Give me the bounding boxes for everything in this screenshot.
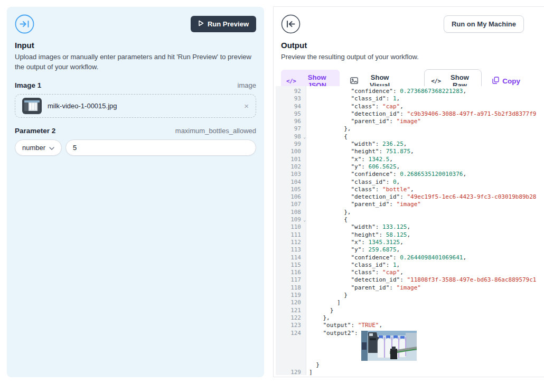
- code-line: "output": "TRUE",: [306, 322, 382, 329]
- code-row: 92 "confidence": 0.2736867368221283,: [276, 88, 536, 95]
- image-thumbnail: [22, 98, 42, 114]
- code-row: 122 },: [276, 314, 536, 322]
- parameter-controls: number: [15, 139, 256, 156]
- copy-icon: [492, 77, 499, 86]
- code-line: "parent_id": "image": [306, 118, 421, 125]
- line-number: 96: [276, 118, 306, 125]
- code-row: 109⌄ {: [276, 216, 536, 223]
- run-preview-button[interactable]: Run Preview: [191, 16, 256, 32]
- line-number: 107: [276, 201, 306, 208]
- output-arrow-into-bar-icon: [281, 14, 301, 34]
- code-line: "class": "cap",: [306, 269, 404, 276]
- line-number: 103: [276, 171, 306, 178]
- line-number: [276, 361, 306, 369]
- code-row: 110 "width": 133.125,: [276, 223, 536, 231]
- code-line: },: [306, 125, 351, 133]
- line-number: 92: [276, 88, 306, 95]
- line-number: 129: [276, 369, 306, 375]
- code-line: "detection_id": "11808f3f-3588-497e-bd63…: [306, 276, 536, 284]
- code-row: 102 "y": 606.5625,: [276, 163, 536, 171]
- code-line: "class_id": 1,: [306, 262, 400, 269]
- code-row: 111 "height": 58.125,: [276, 231, 536, 239]
- line-number: 115: [276, 262, 306, 269]
- code-row: 99 "width": 236.25,: [276, 141, 536, 148]
- code-line: {: [306, 133, 348, 141]
- line-number: 102: [276, 163, 306, 171]
- line-number: 94: [276, 103, 306, 110]
- code-line: {: [306, 216, 348, 223]
- parameter-field-header: Parameter 2 maximum_bottles_allowed: [15, 127, 256, 135]
- line-number: 106: [276, 193, 306, 201]
- code-line: "x": 1342.5,: [306, 156, 393, 163]
- code-row: 112 "x": 1345.3125,: [276, 239, 536, 246]
- line-number: 98⌄: [276, 133, 306, 141]
- code-row: 121 }: [276, 307, 536, 314]
- line-number: 109⌄: [276, 216, 306, 223]
- code-line: "output2":: [306, 330, 417, 361]
- line-number: 110: [276, 223, 306, 231]
- code-line: ]: [306, 369, 313, 375]
- code-row: 108 },: [276, 209, 536, 216]
- code-row: 114 "confidence": 0.2644098401069641,: [276, 254, 536, 262]
- code-row: 103 "confidence": 0.2686535120010376,: [276, 171, 536, 178]
- output-description: Preview the resulting output of your wor…: [281, 52, 520, 62]
- code-row: 123 "output": "TRUE",: [276, 322, 536, 329]
- remove-image-icon[interactable]: ×: [244, 101, 249, 110]
- code-row: }: [276, 361, 536, 369]
- code-line: },: [306, 209, 351, 216]
- code-line: "confidence": 0.2644098401069641,: [306, 254, 466, 262]
- code-row: 93 "class_id": 1,: [276, 95, 536, 102]
- line-number: 121: [276, 307, 306, 314]
- line-number: 112: [276, 239, 306, 246]
- code-row: 96 "parent_id": "image": [276, 118, 536, 125]
- line-number: 99: [276, 141, 306, 148]
- run-on-my-machine-button[interactable]: Run on My Machine: [444, 15, 524, 33]
- line-number: 116: [276, 269, 306, 276]
- code-line: "width": 236.25,: [306, 141, 407, 148]
- code-line: }: [306, 307, 333, 314]
- code-line: "class_id": 1,: [306, 95, 400, 102]
- input-panel: Run Preview Input Upload images or manua…: [7, 7, 264, 377]
- parameter-value-input[interactable]: [65, 139, 256, 156]
- parameter-type-select[interactable]: number: [15, 139, 62, 156]
- line-number: 123: [276, 322, 306, 329]
- image-field-header: Image 1 image: [15, 81, 256, 89]
- fold-chevron-icon[interactable]: ⌄: [303, 217, 306, 224]
- output-title: Output: [281, 41, 544, 50]
- line-number: 118: [276, 284, 306, 292]
- code-row: 120 ]: [276, 299, 536, 306]
- code-line: "class": "cap",: [306, 103, 404, 110]
- code-row: 98⌄ {: [276, 133, 536, 141]
- code-line: },: [306, 314, 330, 322]
- line-number: 95: [276, 110, 306, 118]
- code-row: 95 "detection_id": "c9b39406-3088-497f-a…: [276, 110, 536, 118]
- code-row: 97 },: [276, 125, 536, 133]
- copy-button[interactable]: Copy: [492, 77, 520, 86]
- image-field-type: image: [238, 81, 256, 89]
- code-line: "width": 133.125,: [306, 223, 410, 231]
- code-line: "height": 58.125,: [306, 231, 410, 239]
- line-number: 93: [276, 95, 306, 102]
- line-number: 120: [276, 299, 306, 306]
- code-row: 105 "class": "bottle",: [276, 186, 536, 193]
- parameter-field-label: Parameter 2: [15, 127, 55, 135]
- line-number: 119: [276, 292, 306, 299]
- json-code-viewer[interactable]: 92 "confidence": 0.2736867368221283,93 "…: [276, 86, 536, 375]
- picture-icon: [350, 77, 358, 86]
- fold-chevron-icon[interactable]: ⌄: [303, 134, 306, 141]
- line-number: 101: [276, 156, 306, 163]
- code-line: }: [306, 361, 320, 369]
- code-row: 116 "class": "cap",: [276, 269, 536, 276]
- code-row: 107 "parent_id": "image": [276, 201, 536, 208]
- code-line: "detection_id": "49ec19f5-1ec6-4423-9fc3…: [306, 193, 536, 201]
- code-line: "y": 259.6875,: [306, 246, 400, 254]
- code-line: "height": 751.875,: [306, 148, 414, 155]
- image-upload-box[interactable]: milk-video-1-00015.jpg ×: [15, 94, 256, 118]
- copy-label: Copy: [502, 77, 520, 85]
- line-number: 97: [276, 125, 306, 133]
- image-filename: milk-video-1-00015.jpg: [48, 102, 117, 110]
- play-icon: [198, 20, 204, 28]
- code-row: 101 "x": 1342.5,: [276, 156, 536, 163]
- code-row: 106 "detection_id": "49ec19f5-1ec6-4423-…: [276, 193, 536, 201]
- code-line: "detection_id": "c9b39406-3088-497f-a971…: [306, 110, 536, 118]
